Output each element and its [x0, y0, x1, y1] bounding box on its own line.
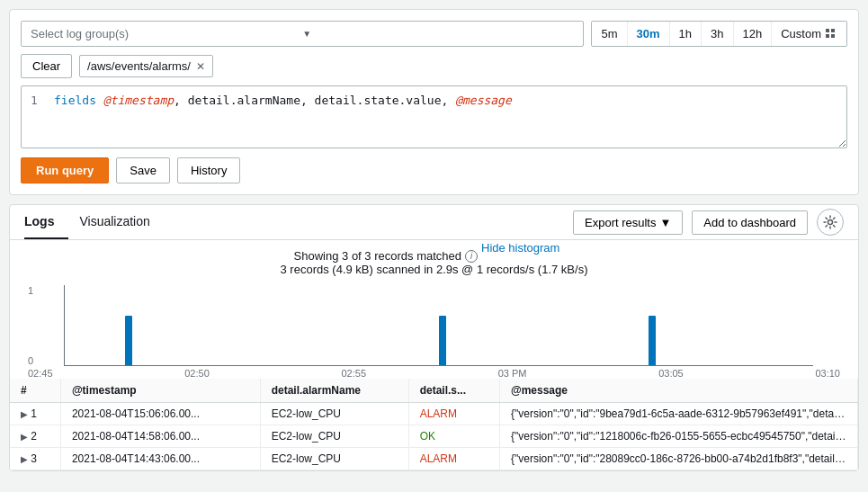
- export-results-button[interactable]: Export results ▼: [573, 210, 683, 235]
- tab-visualization[interactable]: Visualization: [79, 205, 164, 239]
- table-header-row: # @timestamp detail.alarmName detail.s..…: [10, 379, 858, 403]
- line-number: 1: [31, 94, 45, 107]
- time-picker: 5m 30m 1h 3h 12h Custom: [591, 21, 847, 47]
- grid-icon: [825, 28, 837, 40]
- cell-alarmname-1: EC2-low_CPU: [260, 425, 408, 448]
- cell-state-1: OK: [408, 425, 499, 448]
- row-number: 3: [31, 452, 37, 465]
- cell-num-1: ▶ 2: [10, 425, 60, 448]
- time-btn-5m[interactable]: 5m: [592, 22, 627, 46]
- cell-num-0: ▶ 1: [10, 403, 60, 425]
- table-row[interactable]: ▶ 2 2021-08-04T14:58:06.00... EC2-low_CP…: [10, 425, 858, 448]
- tabs-actions: Export results ▼ Add to dashboard: [573, 209, 844, 236]
- histogram-bar-2: [439, 316, 446, 365]
- y-label-bottom: 0: [28, 355, 33, 366]
- log-group-select[interactable]: Select log group(s) ▼: [21, 21, 584, 47]
- time-btn-3h[interactable]: 3h: [702, 22, 733, 46]
- results-table: # @timestamp detail.alarmName detail.s..…: [10, 379, 858, 470]
- cell-message-0: {"version":"0","id":"9bea79d1-6c5a-aade-…: [499, 403, 857, 425]
- row-number: 1: [31, 407, 37, 420]
- time-btn-30m[interactable]: 30m: [628, 22, 670, 46]
- cell-state-2: ALARM: [408, 448, 499, 470]
- histogram-container: 1 0: [46, 285, 831, 366]
- x-label-0: 02:45: [28, 368, 53, 379]
- expand-icon[interactable]: ▶: [21, 454, 28, 464]
- y-label-top: 1: [28, 285, 33, 296]
- svg-rect-0: [826, 29, 829, 32]
- save-button[interactable]: Save: [116, 157, 170, 183]
- col-header-state: detail.s...: [408, 379, 499, 403]
- tab-logs[interactable]: Logs: [24, 205, 68, 239]
- run-query-button[interactable]: Run query: [21, 157, 109, 183]
- cell-timestamp-2: 2021-08-04T14:43:06.00...: [60, 448, 260, 470]
- time-btn-custom[interactable]: Custom: [772, 22, 846, 46]
- cell-num-2: ▶ 3: [10, 448, 60, 470]
- svg-point-4: [828, 220, 833, 225]
- x-axis-labels: 02:45 02:50 02:55 03 PM 03:05 03:10: [28, 366, 840, 379]
- svg-rect-3: [831, 34, 835, 38]
- cell-timestamp-0: 2021-08-04T15:06:06.00...: [60, 403, 260, 425]
- settings-button[interactable]: [817, 209, 844, 236]
- results-info: Showing 3 of 3 records matched i Hide hi…: [10, 240, 858, 285]
- col-header-num: #: [10, 379, 60, 403]
- action-buttons: Run query Save History: [21, 157, 847, 183]
- col-header-message: @message: [499, 379, 857, 403]
- x-label-2: 02:55: [341, 368, 366, 379]
- query-editor[interactable]: 1 fields @timestamp, detail.alarmName, d…: [21, 85, 847, 148]
- cell-alarmname-2: EC2-low_CPU: [260, 448, 408, 470]
- expand-icon[interactable]: ▶: [21, 432, 28, 442]
- top-row: Select log group(s) ▼ 5m 30m 1h 3h 12h C…: [21, 21, 847, 47]
- cell-state-0: ALARM: [408, 403, 499, 425]
- histogram-bar-3: [649, 316, 656, 365]
- col-header-alarmname: detail.alarmName: [260, 379, 408, 403]
- results-count-text: Showing 3 of 3 records matched: [294, 249, 461, 263]
- query-panel: Select log group(s) ▼ 5m 30m 1h 3h 12h C…: [9, 9, 859, 195]
- field-timestamp: @timestamp, detail.alarmName, detail.sta…: [103, 94, 512, 107]
- log-group-value: /aws/events/alarms/: [87, 59, 191, 73]
- cell-timestamp-1: 2021-08-04T14:58:06.00...: [60, 425, 260, 448]
- expand-icon[interactable]: ▶: [21, 409, 28, 419]
- time-btn-12h[interactable]: 12h: [734, 22, 773, 46]
- close-icon[interactable]: ✕: [196, 60, 205, 73]
- table-row[interactable]: ▶ 1 2021-08-04T15:06:06.00... EC2-low_CP…: [10, 403, 858, 425]
- gear-icon: [823, 215, 837, 229]
- scan-info-text: 3 records (4.9 kB) scanned in 2.9s @ 1 r…: [19, 263, 849, 276]
- x-label-4: 03:05: [658, 368, 684, 379]
- keyword-fields: fields: [54, 94, 96, 107]
- query-toolbar: Clear /aws/events/alarms/ ✕: [21, 54, 847, 78]
- add-to-dashboard-button[interactable]: Add to dashboard: [692, 210, 808, 235]
- histogram: [64, 285, 813, 366]
- query-line: 1 fields @timestamp, detail.alarmName, d…: [31, 94, 837, 107]
- svg-rect-2: [826, 34, 829, 38]
- x-label-3: 03 PM: [498, 368, 527, 379]
- info-icon[interactable]: i: [465, 250, 478, 263]
- results-count-row: Showing 3 of 3 records matched i Hide hi…: [19, 249, 849, 263]
- hide-histogram-button[interactable]: Hide histogram: [481, 241, 559, 255]
- chevron-down-icon: ▼: [659, 216, 671, 229]
- log-group-tag: /aws/events/alarms/ ✕: [79, 55, 213, 77]
- row-number: 2: [31, 430, 37, 443]
- cell-message-2: {"version":"0","id":"28089cc0-186c-8726-…: [499, 448, 857, 470]
- tabs-header: Logs Visualization Export results ▼ Add …: [10, 205, 858, 240]
- query-text: fields @timestamp, detail.alarmName, det…: [54, 94, 512, 107]
- cell-message-1: {"version":"0","id":"1218006c-fb26-0155-…: [499, 425, 857, 448]
- svg-rect-1: [831, 29, 835, 32]
- histogram-bar-1: [125, 316, 132, 365]
- results-panel: Logs Visualization Export results ▼ Add …: [9, 204, 859, 471]
- col-header-timestamp: @timestamp: [60, 379, 260, 403]
- time-btn-1h[interactable]: 1h: [670, 22, 702, 46]
- x-label-5: 03:10: [815, 368, 840, 379]
- cell-alarmname-0: EC2-low_CPU: [260, 403, 408, 425]
- log-group-placeholder: Select log group(s): [31, 27, 302, 40]
- history-button[interactable]: History: [177, 157, 240, 183]
- x-label-1: 02:50: [184, 368, 210, 379]
- chevron-down-icon: ▼: [302, 29, 574, 39]
- clear-button[interactable]: Clear: [21, 54, 72, 78]
- table-row[interactable]: ▶ 3 2021-08-04T14:43:06.00... EC2-low_CP…: [10, 448, 858, 470]
